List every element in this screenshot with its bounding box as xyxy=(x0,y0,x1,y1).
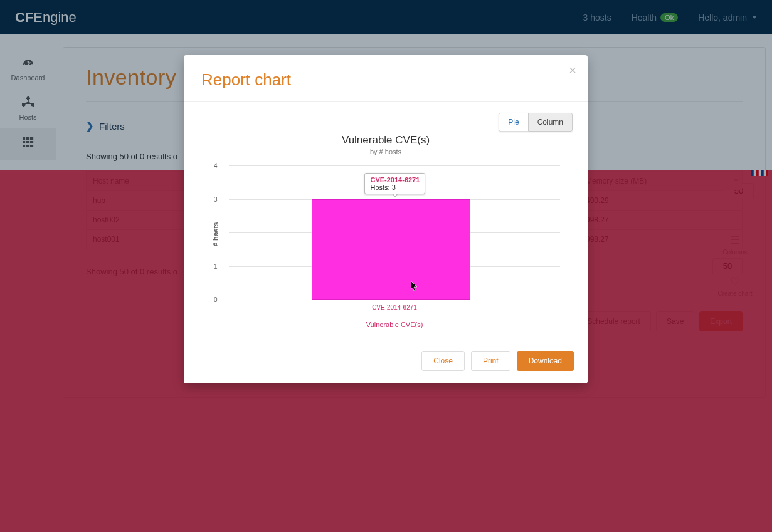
y-tick: 2 xyxy=(214,229,218,236)
chart-subtitle: by # hosts xyxy=(199,148,573,155)
close-icon[interactable]: × xyxy=(569,64,576,76)
chart-bar[interactable] xyxy=(312,199,470,300)
modal-title: Report chart xyxy=(201,70,570,90)
close-button[interactable]: Close xyxy=(421,351,465,371)
modal-footer: Close Print Download xyxy=(184,342,588,383)
chart-title: Vulnerable CVE(s) xyxy=(199,134,573,147)
chart-type-column[interactable]: Column xyxy=(528,113,573,132)
chart-type-pie[interactable]: Pie xyxy=(499,113,527,132)
y-tick: 0 xyxy=(214,296,218,303)
chart-type-toggle: Pie Column xyxy=(499,113,573,132)
y-tick: 4 xyxy=(214,162,218,169)
x-axis-label: Vulnerable CVE(s) xyxy=(229,321,560,328)
x-tick-label: CVE-2014-6271 xyxy=(229,304,560,311)
chart-canvas: # hosts 01234CVE-2014-6271CVE-2014-6271H… xyxy=(229,162,560,307)
y-tick: 3 xyxy=(214,196,218,202)
y-tick: 1 xyxy=(214,263,218,269)
print-button[interactable]: Print xyxy=(471,351,510,371)
chart-tooltip: CVE-2014-6271Hosts: 3 xyxy=(364,173,425,194)
download-button[interactable]: Download xyxy=(517,351,574,371)
report-chart-modal: × Report chart Pie Column Vulnerable CVE… xyxy=(184,55,588,383)
